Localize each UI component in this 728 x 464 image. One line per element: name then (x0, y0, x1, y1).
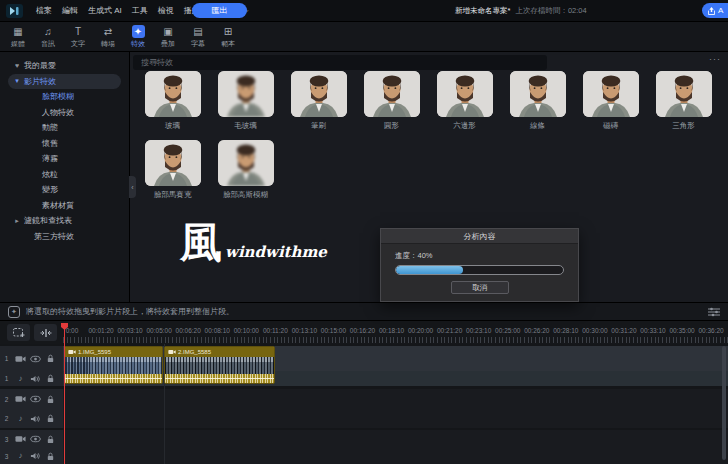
ruler-timestamp: 00:23:10 (466, 327, 491, 334)
tabbar: ▦ 媒體 ♫ 音訊 T 文字 ⇄ 轉場 ✦ 特效 (0, 22, 728, 52)
effect-label: 六邊形 (453, 121, 476, 131)
menu-item[interactable]: 生成式 AI (83, 5, 127, 16)
effect-thumbnail (218, 71, 274, 117)
tab-icon: ▣ (162, 25, 175, 38)
effect-card[interactable]: 圓形 (355, 71, 428, 131)
video-track-icon (13, 435, 28, 443)
menu-item[interactable]: 檔案 (31, 5, 57, 16)
vertical-scrollbar[interactable] (722, 346, 726, 460)
effect-card[interactable]: 毛玻璃 (209, 71, 282, 131)
add-marker-button[interactable] (7, 324, 30, 341)
tab[interactable]: ♫ 音訊 (33, 22, 63, 51)
timeline-ruler[interactable]: 0:0000:01:2000:03:1000:05:0000:06:2000:0… (63, 321, 728, 344)
track-header: 3 ♪ (0, 448, 63, 464)
sidebar-item-icon: ▾ (12, 77, 22, 85)
timeline-settings-icon[interactable] (708, 307, 720, 317)
sidebar-item[interactable]: 第三方特效 (0, 229, 129, 245)
tracks-area: 1 ♪ 1 (0, 344, 728, 464)
toggle-mute-icon[interactable] (28, 452, 43, 460)
sidebar-item-label: 動態 (42, 122, 58, 133)
effect-card[interactable]: 臉部高斯模糊 (209, 140, 282, 200)
ruler-timestamp: 00:31:20 (611, 327, 636, 334)
tab-label: 疊加 (161, 39, 175, 49)
menu-item[interactable]: 工具 (127, 5, 153, 16)
track-header: 3 ♪ (0, 430, 63, 448)
lock-track-icon[interactable] (43, 452, 58, 461)
sidebar-item[interactable]: 薄霧 (0, 151, 129, 167)
tab[interactable]: ▣ 疊加 (153, 22, 183, 51)
sidebar-item[interactable]: ▸ 濾鏡和查找表 (0, 213, 129, 229)
content-area: ♥ 我的最愛 ▾ 影片特效 臉部模糊 人物特效 (0, 52, 728, 302)
clip-filmstrip (165, 357, 274, 374)
effect-card[interactable]: 臉部馬賽克 (136, 140, 209, 200)
tab-icon: ♫ (42, 25, 55, 38)
effect-label: 毛玻璃 (234, 121, 257, 131)
effect-card[interactable]: 線條 (501, 71, 574, 131)
ruler-timestamp: 00:20:00 (408, 327, 433, 334)
ruler-timestamp: 00:26:20 (524, 327, 549, 334)
lock-track-icon[interactable] (43, 354, 58, 363)
sidebar-item[interactable]: ♥ 我的最愛 (0, 58, 129, 74)
effect-label: 臉部高斯模糊 (223, 190, 268, 200)
effect-card[interactable]: 三角形 (647, 71, 720, 131)
effect-label: 筆刷 (311, 121, 326, 131)
video-editor-app: 檔案編輯生成式 AI工具檢視播放 ↶ ↷ 匯出 新增未命名專案* 上次存檔時間：… (0, 0, 728, 464)
toggle-mute-icon[interactable] (28, 415, 43, 423)
lock-track-icon[interactable] (43, 435, 58, 444)
tab[interactable]: ▤ 字幕 (183, 22, 213, 51)
menu-item[interactable]: 檢視 (153, 5, 179, 16)
export-button[interactable]: 匯出 (192, 3, 247, 18)
sidebar-item[interactable]: 炫粒 (0, 167, 129, 183)
sidebar-item[interactable]: 懷舊 (0, 136, 129, 152)
share-button-label: A (718, 6, 723, 15)
sidebar-item[interactable]: ▾ 影片特效 (8, 74, 121, 90)
collapse-sidebar-handle[interactable]: ‹ (129, 176, 136, 198)
tab[interactable]: ⇄ 轉場 (93, 22, 123, 51)
sidebar-item[interactable]: 素材材質 (0, 198, 129, 214)
cancel-button[interactable]: 取消 (451, 281, 509, 294)
tab[interactable]: ⊞ 範本 (213, 22, 243, 51)
clip-title-bar: 1.IMG_5595 (65, 347, 162, 357)
video-clip[interactable]: 1.IMG_5595 (64, 346, 163, 384)
ruler-timestamp: 00:03:10 (117, 327, 142, 334)
track-number: 3 (0, 453, 13, 460)
tab-icon: T (72, 25, 85, 38)
sidebar-item[interactable]: 人物特效 (0, 105, 129, 121)
more-options-icon[interactable]: ··· (709, 54, 721, 64)
toggle-mute-icon[interactable] (28, 375, 43, 383)
effect-thumbnail (218, 140, 274, 186)
share-button[interactable]: A (702, 3, 728, 18)
playhead-line[interactable] (64, 323, 65, 464)
lock-track-icon[interactable] (43, 395, 58, 404)
effect-card[interactable]: 磁磚 (574, 71, 647, 131)
effect-label: 圓形 (384, 121, 399, 131)
effect-card[interactable]: 筆刷 (282, 71, 355, 131)
tab[interactable]: ✦ 特效 (123, 22, 153, 51)
progress-bar (395, 265, 564, 275)
menu-item[interactable]: 編輯 (57, 5, 83, 16)
toggle-visibility-icon[interactable] (28, 355, 43, 363)
project-title: 新增未命名專案* (455, 6, 510, 16)
sidebar-item[interactable]: 動態 (0, 120, 129, 136)
lock-track-icon[interactable] (43, 374, 58, 383)
trim-snap-button[interactable] (34, 324, 57, 341)
effect-card[interactable]: 六邊形 (428, 71, 501, 131)
project-info: 新增未命名專案* 上次存檔時間：02:04 (455, 0, 587, 22)
effects-sidebar: ♥ 我的最愛 ▾ 影片特效 臉部模糊 人物特效 (0, 52, 130, 302)
watermark-glyph: 風 (180, 222, 222, 264)
tab[interactable]: T 文字 (63, 22, 93, 51)
toggle-visibility-icon[interactable] (28, 395, 43, 403)
video-track-icon (13, 395, 28, 403)
app-logo[interactable] (6, 4, 23, 18)
lock-track-icon[interactable] (43, 414, 58, 423)
sidebar-item[interactable]: 臉部模糊 (0, 89, 129, 105)
search-input[interactable] (133, 55, 547, 70)
tab[interactable]: ▦ 媒體 (3, 22, 33, 51)
sidebar-item[interactable]: 變形 (0, 182, 129, 198)
upload-icon (708, 7, 715, 15)
toggle-visibility-icon[interactable] (28, 435, 43, 443)
effect-card[interactable]: 玻璃 (136, 71, 209, 131)
video-clip[interactable]: 2.IMG_5585 (164, 346, 275, 384)
effect-thumbnail (364, 71, 420, 117)
tab-icon: ▤ (192, 25, 205, 38)
